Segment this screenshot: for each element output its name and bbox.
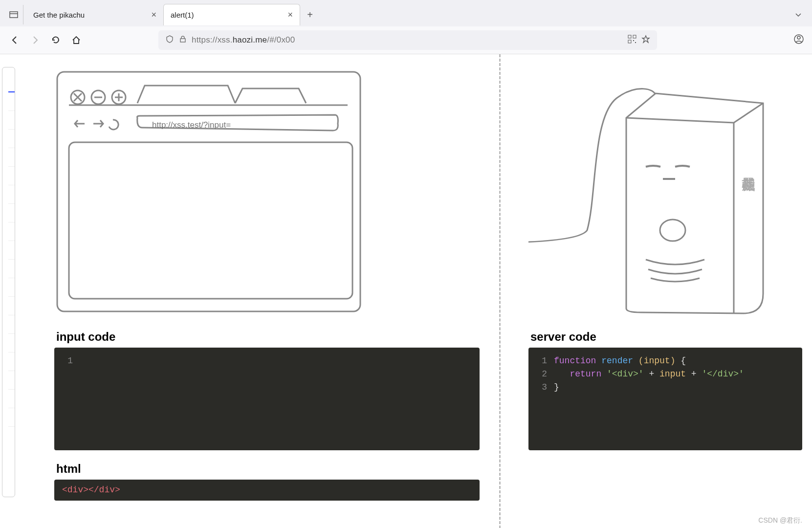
close-icon[interactable]: ×: [287, 10, 293, 20]
html-output-block: <div></div>: [54, 480, 480, 501]
reload-button[interactable]: [49, 33, 63, 47]
sidebar-item-0x0D[interactable]: 0x0D: [8, 315, 15, 334]
svg-rect-0: [10, 12, 18, 18]
address-text: https://xss.haozi.me/#/0x00: [192, 35, 295, 45]
main-area: input code 1 html <div></div>: [15, 54, 812, 528]
toolbar: https://xss.haozi.me/#/0x00: [0, 26, 812, 54]
page-content: 0x000x010x020x030x040x050x060x070x080x09…: [0, 54, 812, 528]
svg-rect-4: [633, 35, 636, 38]
forward-button[interactable]: [28, 33, 42, 47]
sidebar-item-0x06[interactable]: 0x06: [8, 185, 15, 204]
sidebar-item-0x05[interactable]: 0x05: [8, 167, 15, 185]
vertical-divider: [499, 54, 501, 528]
input-code-title: input code: [56, 330, 480, 344]
browser-sketch: [54, 69, 480, 318]
sidebar-item-0x00[interactable]: 0x00: [8, 73, 15, 92]
window-handle-icon[interactable]: [4, 5, 23, 24]
sidebar-item-0x0F[interactable]: 0x0F: [8, 352, 15, 371]
sidebar-item-0x0B[interactable]: 0x0B: [8, 278, 15, 297]
svg-rect-6: [633, 40, 634, 41]
account-icon[interactable]: [793, 34, 804, 46]
url-bar[interactable]: https://xss.haozi.me/#/0x00: [158, 30, 657, 50]
close-icon[interactable]: ×: [151, 10, 156, 20]
browser-chrome: Get the pikachu × alert(1) × + https://x…: [0, 0, 812, 54]
tab-pikachu[interactable]: Get the pikachu ×: [26, 4, 163, 25]
back-button[interactable]: [8, 33, 22, 47]
svg-point-9: [797, 36, 800, 39]
left-pane: input code 1 html <div></div>: [15, 54, 499, 528]
server-code-title: server code: [530, 330, 802, 344]
sidebar-item-0x12[interactable]: 0x12: [8, 408, 15, 427]
sidebar-item-0x0A[interactable]: 0x0A: [8, 260, 15, 278]
svg-rect-7: [635, 42, 636, 43]
sidebar-item-0x09[interactable]: 0x09: [8, 241, 15, 260]
svg-rect-3: [628, 35, 631, 38]
sidebar-item-0x10[interactable]: 0x10: [8, 371, 15, 390]
sketch-url-input[interactable]: [152, 118, 343, 132]
server-sketch: 我是胡务器: [528, 69, 802, 318]
tab-strip: Get the pikachu × alert(1) × +: [0, 0, 812, 26]
sidebar-item-0x02[interactable]: 0x02: [8, 111, 15, 130]
sidebar-item-0x0C[interactable]: 0x0C: [8, 297, 15, 315]
home-button[interactable]: [69, 33, 83, 47]
lock-icon[interactable]: [179, 35, 187, 45]
challenge-sidebar: 0x000x010x020x030x040x050x060x070x080x09…: [2, 67, 15, 497]
svg-rect-2: [180, 39, 185, 42]
sidebar-item-0x03[interactable]: 0x03: [8, 130, 15, 148]
bookmark-star-icon[interactable]: [641, 35, 650, 46]
sidebar-item-0x01[interactable]: 0x01: [8, 92, 15, 111]
tab-label: alert(1): [171, 11, 194, 19]
tab-label: Get the pikachu: [33, 11, 85, 19]
shield-icon[interactable]: [165, 35, 174, 46]
sidebar-item-0x07[interactable]: 0x07: [8, 204, 15, 222]
sidebar-item-0x11[interactable]: 0x11: [8, 390, 15, 408]
tab-alert1[interactable]: alert(1) ×: [163, 4, 300, 25]
svg-rect-5: [628, 40, 631, 43]
input-code-block[interactable]: 1: [54, 348, 480, 450]
new-tab-button[interactable]: +: [300, 5, 320, 24]
sidebar-item-0x08[interactable]: 0x08: [8, 222, 15, 241]
sidebar-item-0x04[interactable]: 0x04: [8, 148, 15, 167]
svg-rect-18: [69, 142, 352, 299]
right-pane: 我是胡务器 server code 1function render (inpu…: [499, 54, 812, 528]
sidebar-item-0x0E[interactable]: 0x0E: [8, 334, 15, 352]
html-title: html: [56, 462, 480, 476]
server-code-block: 1function render (input) { 2 return '<di…: [528, 348, 802, 450]
qr-icon[interactable]: [628, 35, 636, 46]
svg-rect-10: [57, 72, 360, 311]
tabs-dropdown-button[interactable]: [789, 11, 808, 19]
watermark: CSDN @君衍.⠀: [758, 516, 807, 525]
